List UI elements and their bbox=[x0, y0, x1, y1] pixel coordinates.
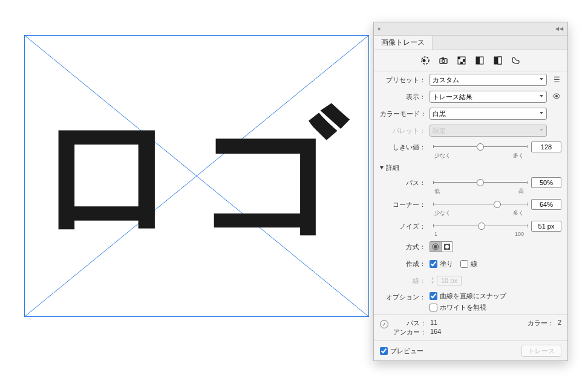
svg-rect-13 bbox=[476, 57, 480, 64]
noise-label: ノイズ： bbox=[380, 222, 430, 231]
display-label: 表示： bbox=[380, 93, 430, 102]
noise-max: 100 bbox=[515, 231, 524, 237]
svg-rect-7 bbox=[442, 57, 444, 59]
svg-rect-10 bbox=[463, 59, 465, 62]
stroke-width-value: 10 px bbox=[437, 276, 462, 285]
stroke-width-stepper: ▲▼10 px bbox=[430, 276, 462, 285]
stats-section: i パス：11カラー：2 アンカー：164 bbox=[374, 315, 567, 340]
collapse-icon[interactable]: ◀◀ bbox=[555, 26, 564, 31]
threshold-slider[interactable] bbox=[433, 142, 528, 152]
options-label: オプション： bbox=[380, 291, 430, 302]
option-snap-checkbox[interactable] bbox=[430, 292, 437, 300]
svg-rect-11 bbox=[460, 62, 463, 64]
traced-artwork: ロゴ bbox=[24, 35, 369, 317]
tab-image-trace[interactable]: 画像トレース bbox=[374, 35, 433, 50]
corners-slider[interactable] bbox=[433, 200, 528, 209]
svg-point-17 bbox=[555, 95, 558, 97]
option-snap-label: 曲線を直線にスナップ bbox=[440, 291, 506, 301]
black-white-icon[interactable] bbox=[493, 56, 503, 65]
stats-colors-value: 2 bbox=[558, 319, 561, 328]
create-stroke-label: 線 bbox=[471, 259, 477, 269]
preview-checkbox[interactable] bbox=[380, 347, 388, 355]
colormode-select[interactable]: 白黒 bbox=[430, 108, 547, 120]
stats-paths-value: 11 bbox=[430, 319, 441, 328]
corners-max: 多く bbox=[513, 209, 524, 217]
svg-rect-16 bbox=[498, 57, 501, 64]
svg-point-21 bbox=[445, 245, 449, 249]
palette-select: 限定 bbox=[430, 125, 547, 137]
detail-label: 詳細 bbox=[386, 163, 399, 172]
paths-min: 低 bbox=[434, 187, 440, 195]
stats-colors-label: カラー： bbox=[528, 319, 554, 328]
image-trace-panel: × ◀◀ 画像トレース プリセット： カスタム ☰ 表示： トレース結果 カラー… bbox=[373, 22, 568, 361]
paths-input[interactable] bbox=[531, 177, 561, 188]
low-color-icon[interactable] bbox=[457, 56, 466, 65]
svg-point-4 bbox=[423, 59, 426, 62]
threshold-label: しきい値： bbox=[380, 143, 430, 152]
trace-button: トレース bbox=[521, 345, 561, 357]
grayscale-icon[interactable] bbox=[475, 56, 485, 65]
corners-min: 少なく bbox=[434, 209, 451, 217]
option-ignore-white-label: ホワイトを無視 bbox=[440, 303, 486, 312]
option-ignore-white-checkbox[interactable] bbox=[430, 304, 437, 311]
create-fill-checkbox[interactable] bbox=[430, 260, 437, 268]
threshold-max: 多く bbox=[513, 152, 524, 160]
stroke-width-label: 線： bbox=[380, 276, 430, 285]
corners-input[interactable] bbox=[531, 199, 561, 210]
noise-input[interactable] bbox=[531, 221, 561, 232]
corners-label: コーナー： bbox=[380, 200, 430, 209]
info-icon: i bbox=[380, 320, 388, 328]
preset-icon-row bbox=[374, 50, 567, 71]
canvas-artboard[interactable]: ロゴ bbox=[24, 35, 369, 317]
method-label: 方式： bbox=[380, 243, 430, 252]
threshold-input[interactable] bbox=[531, 142, 561, 152]
method-abutting-button[interactable] bbox=[430, 241, 442, 252]
panel-titlebar[interactable]: × ◀◀ bbox=[374, 22, 567, 36]
display-select[interactable]: トレース結果 bbox=[430, 91, 547, 103]
svg-point-6 bbox=[442, 60, 445, 63]
preset-label: プリセット： bbox=[380, 76, 430, 85]
svg-rect-15 bbox=[494, 57, 498, 64]
detail-disclosure[interactable]: 詳細 bbox=[374, 161, 567, 175]
paths-label: パス： bbox=[380, 178, 430, 187]
create-stroke-checkbox[interactable] bbox=[460, 260, 468, 268]
threshold-min: 少なく bbox=[434, 152, 451, 160]
stats-anchors-value: 164 bbox=[430, 328, 441, 337]
svg-rect-9 bbox=[458, 57, 460, 59]
preview-label: プレビュー bbox=[390, 347, 423, 356]
stats-anchors-label: アンカー： bbox=[393, 328, 426, 337]
palette-label: パレット： bbox=[380, 126, 430, 135]
auto-color-icon[interactable] bbox=[420, 56, 430, 65]
paths-max: 高 bbox=[518, 187, 524, 195]
paths-slider[interactable] bbox=[433, 178, 528, 187]
create-fill-label: 塗り bbox=[440, 259, 453, 269]
method-overlapping-button[interactable] bbox=[441, 241, 453, 252]
noise-min: 1 bbox=[434, 231, 437, 237]
colormode-label: カラーモード： bbox=[380, 109, 430, 119]
eye-icon[interactable] bbox=[552, 92, 561, 102]
panel-tabbar: 画像トレース bbox=[374, 36, 567, 50]
camera-icon[interactable] bbox=[439, 56, 448, 65]
outline-icon[interactable] bbox=[511, 56, 521, 65]
noise-slider[interactable] bbox=[433, 221, 528, 231]
close-icon[interactable]: × bbox=[377, 26, 381, 32]
stats-paths-label: パス： bbox=[393, 319, 426, 328]
svg-point-19 bbox=[434, 245, 437, 249]
chevron-down-icon bbox=[380, 166, 384, 169]
create-label: 作成： bbox=[380, 259, 430, 269]
preset-menu-icon[interactable]: ☰ bbox=[552, 76, 561, 84]
preset-select[interactable]: カスタム bbox=[430, 74, 547, 86]
